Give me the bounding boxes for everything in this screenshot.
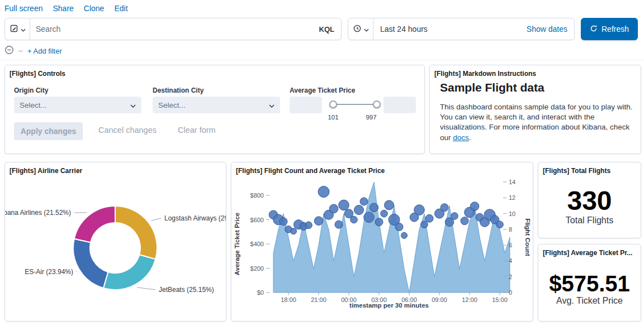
saved-query-menu-button[interactable] [5, 18, 30, 40]
avg-price-bubble[interactable] [314, 217, 323, 226]
saved-query-icon [10, 24, 18, 35]
clone-link[interactable]: Clone [84, 4, 105, 13]
refresh-button[interactable]: Refresh [581, 18, 638, 40]
panel-flight-count-price: [Flights] Flight Count and Average Ticke… [231, 162, 533, 322]
refresh-button-label: Refresh [602, 25, 629, 33]
left-axis-tick-label: $600 [250, 217, 264, 223]
kibana-dashboard-app: Full screen Share Clone Edit KQL [0, 0, 644, 326]
clear-form-button[interactable]: Clear form [178, 126, 216, 135]
markdown-text-end: . [469, 133, 471, 142]
avg-price-bubble[interactable] [381, 210, 388, 217]
slider-min-value: 101 [325, 114, 342, 121]
left-axis-title: Average Ticket Price [234, 213, 240, 276]
destination-city-placeholder: Select... [158, 101, 186, 109]
avg-price-bubble[interactable] [351, 216, 358, 223]
price-range-slider: 101 997 [328, 97, 382, 113]
price-min-input[interactable] [290, 97, 322, 113]
panel-title: [Flights] Flight Count and Average Ticke… [231, 162, 533, 175]
avg-price-bubble[interactable] [451, 213, 458, 220]
avg-price-bubble[interactable] [421, 221, 428, 228]
donut-slice-logstash-airways[interactable] [115, 206, 157, 259]
destination-city-label: Destination City [153, 87, 203, 94]
avg-price-bubble[interactable] [360, 198, 368, 205]
time-picker-group: Last 24 hours Show dates [348, 18, 575, 40]
full-screen-link[interactable]: Full screen [4, 4, 42, 13]
slider-handle-max[interactable] [373, 100, 381, 108]
docs-link[interactable]: docs [453, 133, 469, 142]
ticket-price-label: Average Ticket Price [290, 87, 355, 94]
panel-total-flights: [Flights] Total Flights 330 Total Flight… [538, 162, 641, 238]
x-axis-tick-label: 09:00 [432, 296, 447, 303]
filter-options-icon[interactable] [4, 45, 14, 57]
donut-slice-jetbeats[interactable] [103, 255, 155, 290]
chevron-down-icon [269, 101, 274, 109]
avg-price-bubble[interactable] [291, 228, 297, 234]
edit-link[interactable]: Edit [114, 4, 127, 13]
panel-airline-carrier: [Flights] Airline Carrier Logstash Airwa… [4, 162, 226, 322]
slider-track[interactable] [333, 104, 377, 105]
donut-slice-label: Logstash Airways (29.39%) [164, 214, 226, 222]
time-range-value[interactable]: Last 24 hours [373, 25, 527, 33]
total-flights-value: 330 [567, 188, 612, 214]
panel-flights-controls: [Flights] Controls Origin City Select...… [4, 65, 425, 154]
destination-city-select[interactable]: Select... [153, 97, 280, 113]
chevron-down-icon [364, 25, 369, 33]
donut-label-connector [137, 287, 155, 290]
right-axis-tick-label: 14 [509, 179, 515, 185]
avg-price-bubble[interactable] [339, 200, 349, 210]
avg-price-bubble[interactable] [496, 221, 504, 228]
avg-price-bubble[interactable] [280, 218, 287, 226]
origin-city-label: Origin City [14, 87, 48, 94]
time-quick-menu-button[interactable] [348, 18, 373, 40]
add-filter-link[interactable]: + Add filter [27, 47, 62, 55]
origin-city-placeholder: Select... [20, 101, 47, 109]
avg-price-bubble[interactable] [335, 220, 343, 228]
clock-icon [353, 24, 362, 35]
kql-language-button[interactable]: KQL [312, 25, 341, 33]
chevron-down-icon [130, 101, 136, 109]
search-input[interactable] [30, 18, 312, 40]
donut-slice-kibana-airlines[interactable] [74, 206, 115, 242]
avg-price-bubble[interactable] [354, 205, 364, 215]
refresh-icon [590, 25, 598, 34]
donut-label-connector [76, 271, 77, 272]
slider-max-value: 997 [363, 114, 380, 121]
avg-price-bubble[interactable] [385, 200, 394, 210]
panel-title: [Flights] Average Ticket Pr... [538, 244, 641, 257]
origin-city-select[interactable]: Select... [14, 97, 141, 113]
metric-container: $575.51 Avg. Ticket Price [538, 257, 641, 321]
cancel-changes-button[interactable]: Cancel changes [98, 126, 157, 135]
airline-donut-chart[interactable]: Logstash Airways (29.39%)JetBeats (25.15… [5, 162, 226, 320]
panel-title: [Flights] Controls [5, 65, 424, 78]
share-link[interactable]: Share [53, 4, 73, 13]
slider-handle-min[interactable] [329, 100, 337, 108]
price-max-input[interactable] [383, 97, 416, 113]
markdown-body: This dashboard contains sample data for … [440, 102, 637, 143]
avg-price-bubble[interactable] [425, 214, 433, 222]
left-axis-tick-label: $400 [250, 241, 264, 247]
avg-price-bubble[interactable] [318, 186, 329, 198]
panel-title: [Flights] Markdown Instructions [430, 65, 641, 78]
panel-flights-markdown: [Flights] Markdown Instructions Sample F… [429, 65, 641, 154]
avg-price-bubble[interactable] [370, 203, 378, 212]
avg-price-bubble[interactable] [401, 232, 408, 238]
avg-price-bubble[interactable] [470, 202, 479, 211]
metric-container: 330 Total Flights [538, 175, 641, 238]
apply-changes-button[interactable]: Apply changes [14, 122, 83, 140]
avg-price-bubble[interactable] [329, 204, 338, 213]
flight-count-price-chart[interactable]: $0$200$400$600$8000246810121418:0021:000… [231, 171, 533, 320]
avg-price-bubble[interactable] [461, 217, 468, 225]
donut-slice-es-air[interactable] [73, 239, 108, 288]
dashboard-top-nav: Full screen Share Clone Edit [4, 4, 128, 13]
show-dates-link[interactable]: Show dates [527, 25, 574, 33]
avg-price-bubble[interactable] [305, 222, 312, 229]
avg-price-bubble[interactable] [375, 218, 383, 226]
flight-count-area-series[interactable] [273, 182, 510, 293]
avg-price-bubble[interactable] [395, 223, 403, 231]
avg-price-bubble[interactable] [441, 204, 448, 212]
avg-price-bubble[interactable] [364, 212, 375, 223]
avg-ticket-price-label: Avg. Ticket Price [556, 296, 623, 306]
chevron-down-icon [21, 25, 26, 33]
panel-title: [Flights] Airline Carrier [5, 162, 226, 175]
avg-price-bubble[interactable] [414, 205, 425, 215]
